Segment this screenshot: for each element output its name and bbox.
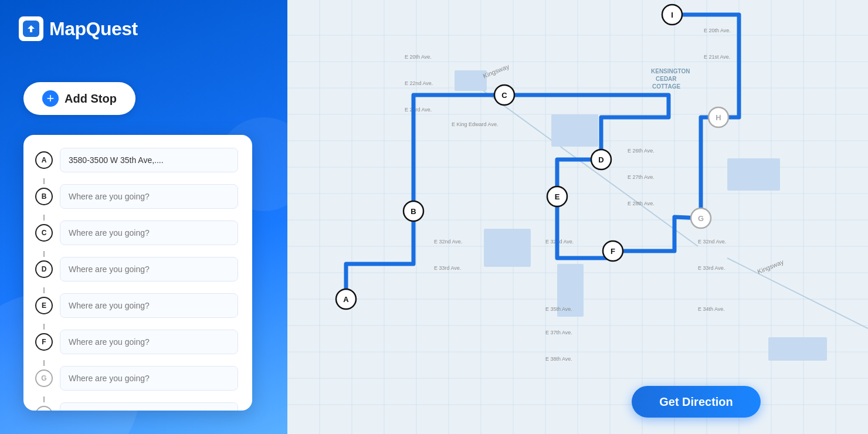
svg-text:D: D: [598, 155, 603, 164]
svg-text:B: B: [411, 207, 416, 216]
stop-marker-D: D: [35, 260, 53, 278]
map-svg: E 20th Ave. E 21st Ave. E 20th Ave. E 22…: [287, 0, 868, 434]
stop-connector-4: [43, 287, 45, 293]
stop-row-E: E: [35, 293, 238, 318]
get-direction-button[interactable]: Get Direction: [632, 386, 761, 418]
svg-text:E 33rd Ave.: E 33rd Ave.: [698, 265, 725, 271]
svg-text:E 32nd Ave.: E 32nd Ave.: [545, 239, 574, 245]
svg-text:E 34th Ave.: E 34th Ave.: [698, 306, 725, 312]
stops-card: ABCDEFGH: [23, 135, 252, 411]
stop-connector-7: [43, 396, 45, 402]
logo-text: MapQuest: [49, 18, 138, 40]
stop-marker-E: E: [35, 297, 53, 314]
stop-row-F: F: [35, 330, 238, 354]
stop-input-G[interactable]: [60, 366, 238, 391]
map-area: E 20th Ave. E 21st Ave. E 20th Ave. E 22…: [287, 0, 868, 434]
svg-text:COTTAGE: COTTAGE: [652, 83, 680, 90]
svg-text:E 21st Ave.: E 21st Ave.: [704, 54, 730, 60]
stop-connector-6: [43, 360, 45, 366]
stop-connector-2: [43, 215, 45, 221]
logo: MapQuest: [19, 16, 138, 41]
stop-row-A: A: [35, 148, 238, 172]
svg-rect-37: [551, 114, 598, 147]
plus-icon: +: [42, 90, 59, 107]
stop-row-D: D: [35, 257, 238, 282]
svg-text:E 20th Ave.: E 20th Ave.: [405, 54, 432, 60]
svg-text:KENSINGTON: KENSINGTON: [651, 68, 690, 74]
svg-text:E 20th Ave.: E 20th Ave.: [704, 28, 731, 33]
stop-connector-3: [43, 251, 45, 257]
add-stop-label: Add Stop: [65, 92, 117, 106]
stop-connector-1: [43, 178, 45, 184]
stop-input-C[interactable]: [60, 221, 238, 245]
stop-input-A[interactable]: [60, 148, 238, 172]
svg-text:E 32nd Ave.: E 32nd Ave.: [698, 239, 726, 245]
svg-rect-40: [727, 158, 780, 191]
stop-input-H[interactable]: [60, 402, 238, 411]
svg-text:CEDAR: CEDAR: [656, 76, 677, 82]
svg-text:E 23rd Ave.: E 23rd Ave.: [405, 107, 432, 113]
stop-input-B[interactable]: [60, 184, 238, 209]
stop-marker-A: A: [35, 151, 53, 169]
svg-text:E 28th Ave.: E 28th Ave.: [628, 201, 655, 206]
stop-row-G: G: [35, 366, 238, 391]
svg-text:E 35th Ave.: E 35th Ave.: [545, 306, 572, 312]
svg-text:E: E: [555, 192, 560, 201]
add-stop-button[interactable]: + Add Stop: [23, 82, 135, 115]
svg-text:E 22nd Ave.: E 22nd Ave.: [405, 80, 433, 86]
stop-row-C: C: [35, 221, 238, 245]
svg-rect-41: [768, 337, 827, 361]
svg-text:I: I: [671, 11, 673, 19]
svg-text:E 27th Ave.: E 27th Ave.: [628, 174, 655, 180]
stop-marker-H: H: [35, 406, 53, 411]
svg-rect-38: [484, 229, 531, 267]
svg-text:F: F: [611, 247, 615, 256]
stop-row-H: H: [35, 402, 238, 411]
stop-marker-B: B: [35, 188, 53, 205]
svg-text:H: H: [716, 113, 721, 122]
svg-text:E 32nd Ave.: E 32nd Ave.: [434, 239, 462, 245]
svg-text:E 38th Ave.: E 38th Ave.: [545, 356, 572, 362]
svg-text:E 26th Ave.: E 26th Ave.: [628, 148, 655, 154]
logo-icon: [19, 16, 43, 41]
stop-marker-C: C: [35, 224, 53, 242]
stop-marker-G: G: [35, 369, 53, 387]
svg-text:E 33rd Ave.: E 33rd Ave.: [434, 265, 461, 271]
stop-input-E[interactable]: [60, 293, 238, 318]
stop-marker-F: F: [35, 333, 53, 351]
stop-connector-5: [43, 324, 45, 330]
left-panel: MapQuest + Add Stop ABCDEFGH: [0, 0, 287, 434]
svg-text:E King Edward Ave.: E King Edward Ave.: [452, 121, 498, 127]
svg-text:C: C: [501, 91, 507, 100]
svg-text:E 37th Ave.: E 37th Ave.: [545, 330, 572, 335]
stop-input-F[interactable]: [60, 330, 238, 354]
stop-input-D[interactable]: [60, 257, 238, 282]
svg-text:A: A: [343, 295, 349, 304]
stop-row-B: B: [35, 184, 238, 209]
svg-text:G: G: [698, 214, 704, 223]
